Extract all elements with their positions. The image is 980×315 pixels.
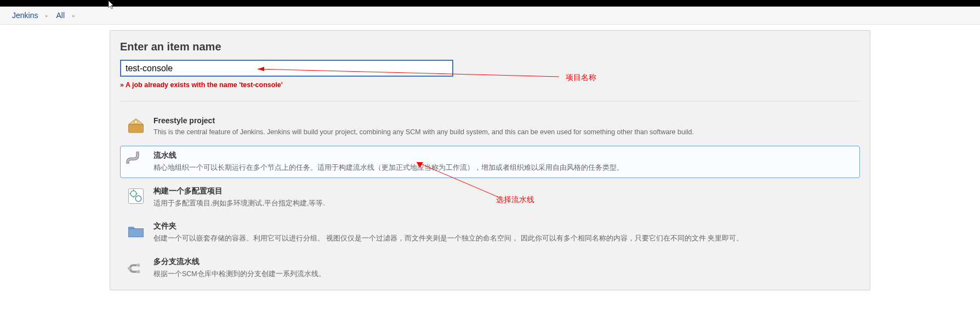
chevron-right-icon: ▸ xyxy=(45,13,48,19)
item-type-label: 文件夹 xyxy=(153,221,743,231)
item-type-pipeline[interactable]: 流水线 精心地组织一个可以长期运行在多个节点上的任务。适用于构建流水线（更加正式… xyxy=(120,146,860,178)
chevron-right-icon: ▸ xyxy=(72,13,75,19)
svg-rect-0 xyxy=(129,124,144,133)
breadcrumb: Jenkins ▸ All ▸ xyxy=(0,7,980,25)
item-type-desc: 创建一个可以嵌套存储的容器。利用它可以进行分组。 视图仅仅是一个过滤器，而文件夹… xyxy=(153,233,743,244)
item-type-folder[interactable]: 文件夹 创建一个可以嵌套存储的容器。利用它可以进行分组。 视图仅仅是一个过滤器，… xyxy=(120,216,860,249)
svg-point-9 xyxy=(128,267,131,270)
item-type-desc: 适用于多配置项目,例如多环境测试,平台指定构建,等等. xyxy=(153,198,325,209)
freestyle-icon xyxy=(126,116,146,136)
item-type-label: 流水线 xyxy=(153,151,624,161)
item-type-desc: 精心地组织一个可以长期运行在多个节点上的任务。适用于构建流水线（更加正式地应当称… xyxy=(153,163,624,173)
svg-point-8 xyxy=(137,270,140,273)
item-type-list: Freestyle project This is the central fe… xyxy=(120,101,860,284)
item-type-label: Freestyle project xyxy=(153,116,694,125)
item-type-desc: This is the central feature of Jenkins. … xyxy=(153,127,694,138)
svg-point-1 xyxy=(134,121,138,124)
validation-message: » A job already exists with the name 'te… xyxy=(120,81,860,89)
svg-rect-3 xyxy=(126,161,129,164)
folder-icon xyxy=(126,221,146,241)
svg-rect-2 xyxy=(136,151,139,154)
svg-rect-4 xyxy=(129,188,144,203)
pipeline-icon xyxy=(126,151,146,170)
breadcrumb-jenkins[interactable]: Jenkins xyxy=(12,11,38,20)
multibranch-icon xyxy=(126,257,146,277)
item-type-freestyle[interactable]: Freestyle project This is the central fe… xyxy=(120,111,860,142)
item-type-desc: 根据一个SCM仓库中检测到的分支创建一系列流水线。 xyxy=(153,269,326,279)
multiconfig-icon xyxy=(126,186,146,206)
item-type-label: 构建一个多配置项目 xyxy=(153,186,325,196)
new-item-panel: Enter an item name » A job already exist… xyxy=(110,30,870,290)
svg-point-7 xyxy=(137,264,140,267)
item-type-multibranch[interactable]: 多分支流水线 根据一个SCM仓库中检测到的分支创建一系列流水线。 xyxy=(120,252,860,284)
top-bar xyxy=(0,0,980,7)
page-title: Enter an item name xyxy=(120,41,860,53)
item-type-label: 多分支流水线 xyxy=(153,257,326,267)
item-type-multiconfig[interactable]: 构建一个多配置项目 适用于多配置项目,例如多环境测试,平台指定构建,等等. xyxy=(120,181,860,214)
breadcrumb-all[interactable]: All xyxy=(56,11,65,20)
item-name-input[interactable] xyxy=(120,60,453,77)
